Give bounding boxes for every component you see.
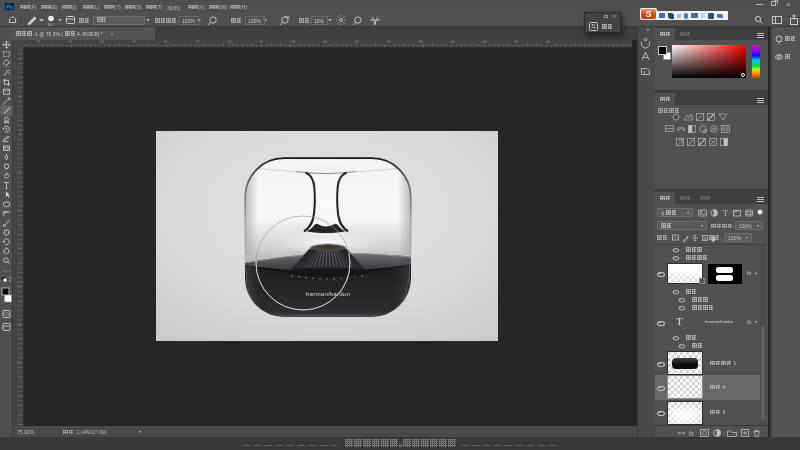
svg-text:400: 400 — [48, 23, 54, 27]
svg-text:T: T — [723, 209, 728, 218]
svg-text:fx: fx — [689, 430, 695, 437]
svg-text:fx: fx — [704, 236, 707, 241]
svg-text:harman/kardon: harman/kardon — [306, 290, 351, 297]
